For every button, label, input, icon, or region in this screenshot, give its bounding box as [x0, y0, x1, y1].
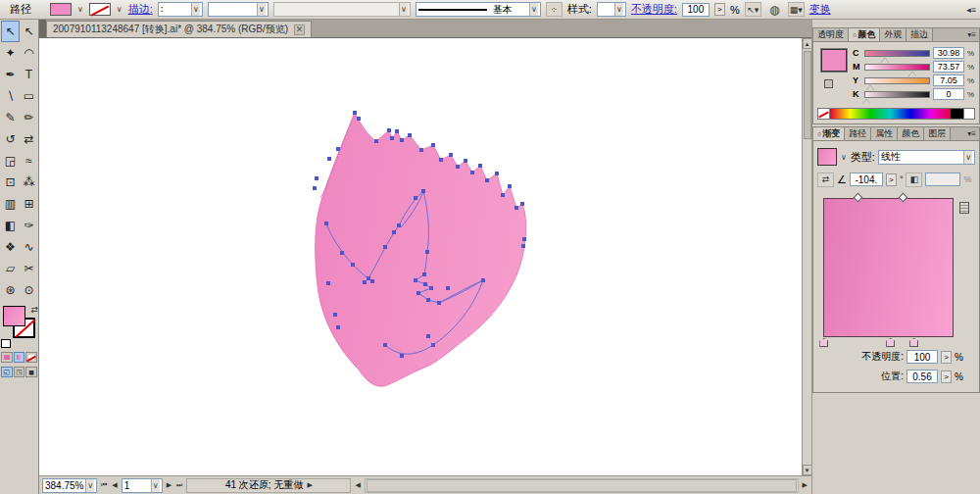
anchor-point[interactable]	[353, 111, 357, 115]
anchor-point[interactable]	[425, 250, 429, 254]
anchor-point[interactable]	[522, 237, 526, 241]
document-setup-icon[interactable]: ◍	[766, 2, 783, 17]
rectangle-tool[interactable]: ▭	[20, 85, 38, 107]
select-similar-icon[interactable]: ↖▾	[745, 2, 761, 17]
brush-definition-combo[interactable]: ∨	[273, 2, 411, 17]
slider-value-Y[interactable]: 7.05	[933, 74, 964, 86]
stroke-panel-link[interactable]: 描边:	[128, 2, 153, 17]
rotate-tool[interactable]: ↺	[1, 128, 20, 150]
anchor-point[interactable]	[449, 153, 453, 157]
anchor-point[interactable]	[426, 298, 430, 302]
anchor-point[interactable]	[501, 193, 505, 197]
gradient-swatch-dropdown-icon[interactable]: ∨	[840, 153, 848, 162]
slider-track-M[interactable]	[864, 64, 930, 71]
anchor-point[interactable]	[327, 157, 331, 161]
spectrum-ramp[interactable]	[830, 109, 951, 119]
gradient-color-stop[interactable]	[886, 338, 895, 347]
anchor-point[interactable]	[521, 244, 525, 248]
opacity-field[interactable]: 100	[682, 3, 710, 17]
anchor-point[interactable]	[470, 171, 474, 174]
anchor-point[interactable]	[370, 279, 374, 283]
anchor-point[interactable]	[422, 272, 426, 276]
stroke-color-swatch[interactable]	[89, 3, 111, 16]
scroll-left-icon[interactable]: ◀	[354, 481, 361, 489]
stroke-profile-combo[interactable]: 基本 ∨	[416, 2, 541, 17]
line-tool[interactable]: ∖	[1, 85, 20, 107]
anchor-point[interactable]	[324, 222, 328, 225]
scissors-tool[interactable]: ✂	[20, 258, 38, 279]
slider-marker[interactable]	[862, 99, 870, 104]
vertical-scroll-thumb[interactable]	[804, 51, 811, 139]
anchor-point[interactable]	[446, 286, 450, 290]
tab-属性[interactable]: 属性	[871, 127, 898, 140]
anchor-point[interactable]	[315, 176, 318, 180]
anchor-point[interactable]	[400, 138, 404, 142]
anchor-point[interactable]	[485, 178, 489, 182]
prev-page-button[interactable]: ◀	[111, 481, 118, 489]
type-tool[interactable]: T	[20, 64, 38, 85]
selection-tool[interactable]: ↖	[1, 21, 20, 42]
recolor-artwork-icon[interactable]: ⁘	[546, 2, 563, 17]
style-combo[interactable]: ∨	[597, 2, 626, 17]
eyedropper-tool[interactable]: ✑	[20, 215, 38, 236]
petal-shape[interactable]	[316, 113, 526, 386]
anchor-point[interactable]	[426, 334, 430, 338]
tab-渐变[interactable]: ○渐变	[813, 127, 845, 140]
mesh-tool[interactable]: ⊞	[20, 193, 38, 215]
slider-marker[interactable]	[881, 58, 889, 63]
stroke-weight-combo[interactable]: ∶ ∨	[158, 2, 203, 17]
direct-selection-tool[interactable]: ↖	[20, 21, 38, 42]
anchor-point[interactable]	[367, 276, 370, 280]
anchor-point[interactable]	[464, 159, 467, 163]
variable-width-combo[interactable]: ∨	[208, 2, 269, 17]
free-transform-tool[interactable]: ⊡	[1, 172, 20, 193]
anchor-point[interactable]	[508, 184, 512, 188]
anchor-point[interactable]	[387, 128, 391, 132]
anchor-point[interactable]	[416, 291, 420, 295]
anchor-point[interactable]	[383, 343, 387, 347]
stop-opacity-field[interactable]: 100	[906, 350, 938, 364]
anchor-point[interactable]	[383, 245, 387, 249]
anchor-point[interactable]	[431, 343, 435, 347]
anchor-point[interactable]	[456, 165, 460, 169]
anchor-point[interactable]	[421, 189, 425, 193]
opacity-spinner[interactable]: >	[714, 3, 725, 16]
slider-track-Y[interactable]	[864, 77, 930, 84]
anchor-point[interactable]	[481, 278, 485, 282]
screen-mode-full-button[interactable]: ◼	[25, 367, 37, 377]
anchor-point[interactable]	[419, 148, 423, 152]
anchor-point[interactable]	[333, 313, 337, 317]
horizontal-scroll-thumb[interactable]	[367, 479, 797, 492]
anchor-point[interactable]	[514, 206, 518, 210]
first-page-button[interactable]: ⏮	[100, 481, 108, 489]
scroll-down-icon[interactable]: ▼	[803, 465, 812, 475]
gradient-tool[interactable]: ◧	[1, 215, 20, 236]
slider-marker[interactable]	[908, 72, 916, 76]
last-page-button[interactable]: ⏭	[175, 481, 183, 489]
zoom-tool[interactable]: ⊙	[20, 279, 38, 301]
gradient-preview-swatch[interactable]	[817, 148, 837, 166]
blend-tool[interactable]: ❖	[1, 236, 20, 258]
anchor-point[interactable]	[520, 202, 524, 206]
pencil-tool[interactable]: ✏	[20, 107, 38, 128]
collapse-dock-icon[interactable]: ◂≡	[966, 5, 976, 15]
anchor-point[interactable]	[429, 286, 433, 290]
gradient-color-stop[interactable]	[909, 338, 918, 347]
live-trace-tool[interactable]: ∿	[20, 236, 38, 258]
tab-透明度[interactable]: 透明度	[813, 28, 849, 41]
anchor-point[interactable]	[414, 196, 417, 200]
panel-menu-icon[interactable]: ▾≡	[964, 127, 979, 140]
out-of-gamut-icon[interactable]	[824, 79, 833, 88]
status-menu-icon[interactable]: ▶	[307, 481, 312, 489]
zoom-level-combo[interactable]: 384.75% ∨	[42, 478, 97, 493]
anchor-point[interactable]	[437, 301, 441, 305]
pen-tool[interactable]: ✒	[1, 64, 20, 85]
scroll-right-icon[interactable]: ▶	[802, 481, 808, 489]
anchor-point[interactable]	[351, 263, 355, 267]
status-proxy[interactable]: 41 次还原; 无重做 ▶	[186, 478, 351, 493]
anchor-point[interactable]	[408, 133, 412, 137]
anchor-point[interactable]	[400, 354, 404, 358]
panel-menu-icon[interactable]: ▾≡	[964, 28, 979, 41]
anchor-point[interactable]	[439, 158, 443, 162]
anchor-point[interactable]	[357, 117, 361, 121]
